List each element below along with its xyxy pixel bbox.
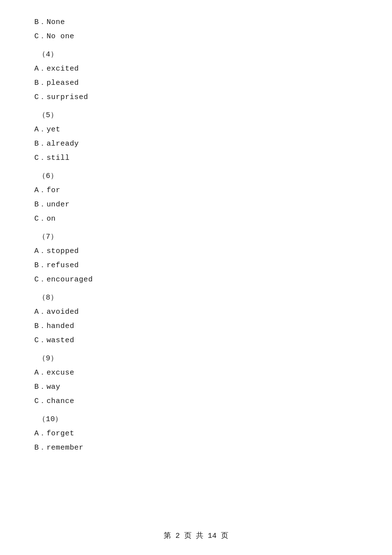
line-b-way: B．way [34,380,358,394]
line-b-none: B．None [34,16,358,29]
line-a-stopped: A．stopped [34,245,358,258]
line-b-pleased: B．pleased [34,76,358,90]
line-b-already: B．already [34,137,358,151]
line-a-avoided: A．avoided [34,305,358,319]
main-content: B．None C．No one （4） A．excited B．pleased … [0,0,392,485]
line-a-forget: A．forget [34,427,358,440]
section-10: （10） [34,413,358,426]
line-c-wasted: C．wasted [34,334,358,347]
line-b-refused: B．refused [34,259,358,272]
section-8: （8） [34,291,358,304]
line-a-excuse: A．excuse [34,366,358,379]
line-a-excited: A．excited [34,62,358,76]
line-c-surprised: C．surprised [34,91,358,104]
section-5: （5） [34,109,358,122]
line-c-still: C．still [34,151,358,165]
line-b-under: B．under [34,198,358,211]
line-a-for: A．for [34,184,358,197]
line-a-yet: A．yet [34,123,358,136]
section-4: （4） [34,48,358,61]
line-c-chance: C．chance [34,395,358,408]
section-7: （7） [34,230,358,244]
page-number-text: 第 2 页 共 14 页 [164,532,228,540]
line-c-noone: C．No one [34,30,358,43]
line-c-on: C．on [34,212,358,226]
section-9: （9） [34,352,358,365]
line-c-encouraged: C．encouraged [34,273,358,286]
page-footer: 第 2 页 共 14 页 [0,531,392,540]
line-b-handed: B．handed [34,320,358,333]
line-b-remember: B．remember [34,441,358,454]
section-6: （6） [34,170,358,183]
